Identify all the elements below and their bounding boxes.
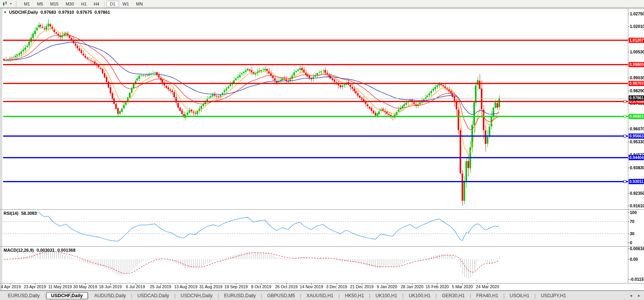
chart-tab-fra40-h1[interactable]: FRA40,H1 xyxy=(471,292,503,299)
current-price-badge: 0.97861 xyxy=(629,95,644,101)
rsi-name: RSI(14) xyxy=(4,211,18,216)
chart-tab-usdcad-daily[interactable]: USDCAD,Daily xyxy=(132,292,174,299)
level-line-0.97658[interactable] xyxy=(3,101,628,102)
tab-separator: | xyxy=(470,293,471,298)
chart-tabs: EURUSD,Daily|USDCHF,Daily|AUDUSD,Daily|U… xyxy=(3,292,571,299)
chart-tab-usdcnh-daily[interactable]: USDCNH,Daily xyxy=(176,292,217,299)
price-tick-0.98290: 0.98290 xyxy=(630,89,644,93)
rsi-tick-30: 30 xyxy=(630,232,635,236)
tool-dropdown-arrow-icon[interactable]: ▼ xyxy=(9,2,12,5)
level-line-0.93011[interactable] xyxy=(3,181,628,182)
level-line-0.95663[interactable] xyxy=(3,135,628,137)
chart-tab-uk100-h1[interactable]: UK100,H1 xyxy=(404,292,435,299)
level-marker-0.96803[interactable] xyxy=(624,115,626,118)
price-tick-0.99030: 0.99030 xyxy=(630,76,644,80)
ohlc-close-value: 0.97861 xyxy=(94,10,110,15)
price-tick-1.00530: 1.00530 xyxy=(630,50,644,54)
timeframe-button-d1[interactable]: D1 xyxy=(106,1,119,7)
rsi-tick-dash xyxy=(628,234,629,234)
candle-cursor-tool-icon[interactable] xyxy=(2,1,9,7)
tab-separator: | xyxy=(402,293,403,298)
price-tick-1.02750: 1.02750 xyxy=(630,12,644,16)
rsi-tick-dash xyxy=(628,221,629,222)
toolbar-grip[interactable] xyxy=(16,1,17,7)
timeframe-button-m15[interactable]: M15 xyxy=(47,1,62,7)
chart-tab-usoil-h1[interactable]: USOil,H1 xyxy=(505,292,534,299)
level-marker-0.95663[interactable] xyxy=(624,135,626,137)
price-tick-dash xyxy=(628,142,629,142)
chart-tab-uk100-h1[interactable]: UK100,H1 xyxy=(371,292,402,299)
price-tick-0.92350: 0.92350 xyxy=(630,191,644,196)
price-tick-dash xyxy=(628,52,629,52)
chart-tab-gbpusd-m5[interactable]: GBPUSD,M5 xyxy=(263,292,300,299)
tab-scroll-left-icon[interactable]: ◄ xyxy=(629,294,633,298)
macd-pane-separator[interactable] xyxy=(0,246,644,247)
chart-tab-usdchf-daily[interactable]: USDCHF,Daily xyxy=(46,292,88,299)
level-marker-0.97658[interactable] xyxy=(624,100,626,103)
date-axis-border xyxy=(0,283,644,284)
tab-separator: | xyxy=(300,293,301,298)
timeframe-button-m30[interactable]: M30 xyxy=(62,1,77,7)
metatrader-workspace: { "toolbar": { "crosshair_tool_icon": "c… xyxy=(0,0,644,300)
timeframe-button-w1[interactable]: W1 xyxy=(119,1,133,7)
chart-tab-audusd-daily[interactable]: AUDUSD,Daily xyxy=(90,292,131,299)
price-tick-0.95330: 0.95330 xyxy=(630,140,644,144)
chart-tab-xauusd-h1[interactable]: XAUUSD,H1 xyxy=(302,292,338,299)
date-label-17: 15 Feb 2020 xyxy=(424,284,451,289)
timeframe-button-m5[interactable]: M5 xyxy=(33,1,46,7)
tab-separator: | xyxy=(503,293,504,298)
timeframe-button-m1[interactable]: M1 xyxy=(20,1,33,7)
price-tick-0.93830: 0.93830 xyxy=(630,166,644,170)
tab-separator: | xyxy=(45,293,46,298)
price-tick-dash xyxy=(628,168,629,168)
date-label-7: 13 Aug 2019 xyxy=(173,284,199,289)
rsi-pane-separator[interactable] xyxy=(0,209,644,210)
tab-separator: | xyxy=(88,293,89,298)
price-badge-0.93011: 0.93011 xyxy=(629,179,644,184)
tab-separator: | xyxy=(534,293,535,298)
chart-tab-usdjpy-h1[interactable]: USDJPY,H1 xyxy=(536,292,570,299)
date-label-19: 24 Mar 2020 xyxy=(474,284,501,289)
price-tick-0.91610: 0.91610 xyxy=(630,204,644,208)
date-label-4: 18 Jun 2019 xyxy=(97,284,124,289)
date-label-3: 30 May 2019 xyxy=(72,284,99,289)
price-badge-0.96803: 0.96803 xyxy=(629,114,644,119)
chart-tab-eurusd-daily[interactable]: EURUSD,Daily xyxy=(219,292,261,299)
rsi-tick-dash xyxy=(628,243,629,243)
current-price-line xyxy=(3,98,628,99)
tab-separator: | xyxy=(261,293,262,298)
timeframe-button-h1[interactable]: H1 xyxy=(77,1,90,7)
level-line-0.94404[interactable] xyxy=(3,157,628,158)
macd-indicator-label: MACD(12,26,9) 0.003031 0.001368 xyxy=(4,248,75,252)
date-label-9: 19 Sep 2019 xyxy=(223,284,249,289)
tab-separator: | xyxy=(369,293,370,298)
tab-separator: | xyxy=(436,293,437,298)
macd-signal-value: 0.001368 xyxy=(57,248,75,252)
level-line-0.96803[interactable] xyxy=(3,116,628,117)
timeframe-button-mn[interactable]: MN xyxy=(132,1,146,7)
collapse-chart-icon[interactable]: ▼ xyxy=(4,11,7,14)
chart-tab-hk50-h1[interactable]: HK50,H1 xyxy=(340,292,369,299)
price-chart-canvas[interactable] xyxy=(0,8,644,291)
macd-current-value: 0.003031 xyxy=(37,248,55,252)
price-badge-0.94404: 0.94404 xyxy=(629,155,644,160)
macd-tick-0.006167: 0.006167 xyxy=(630,247,644,251)
tab-separator: | xyxy=(174,293,175,298)
tab-scroll-right-icon[interactable]: ► xyxy=(637,294,641,298)
rsi-current-value: 58.3063 xyxy=(21,211,37,216)
price-axis-border xyxy=(628,8,628,284)
timeframe-buttons: M1M5M15M30H1H4D1W1MN xyxy=(20,1,146,7)
rsi-tick-70: 70 xyxy=(630,220,635,224)
macd-name: MACD(12,26,9) xyxy=(4,248,34,252)
level-marker-0.93011[interactable] xyxy=(624,180,626,183)
chart-left-border-inner xyxy=(2,8,2,290)
chart-tab-eurusd-daily[interactable]: EURUSD,Daily xyxy=(3,292,44,299)
timeframe-button-h4[interactable]: H4 xyxy=(90,1,103,7)
level-line-1.01207[interactable] xyxy=(3,40,628,41)
level-line-0.99800[interactable] xyxy=(3,64,628,65)
tab-separator: | xyxy=(131,293,132,298)
date-label-6: 25 Jul 2019 xyxy=(147,284,174,289)
chart-top-border xyxy=(0,8,644,9)
chart-tab-ger30-h1[interactable]: GER30,H1 xyxy=(437,292,469,299)
level-line-0.98703[interactable] xyxy=(3,83,628,84)
